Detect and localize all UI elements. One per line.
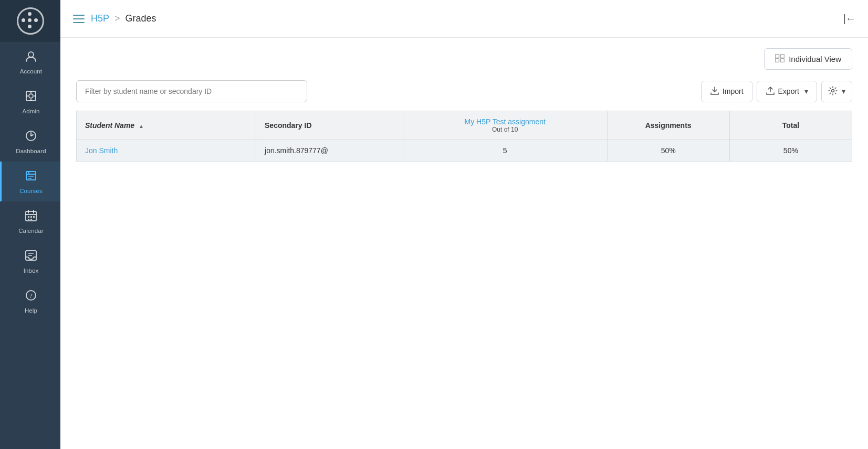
sidebar-item-account[interactable]: Account: [0, 42, 60, 82]
sidebar-nav: Account Admin: [0, 42, 60, 449]
logo-circle: [17, 7, 44, 35]
sidebar-item-admin-label: Admin: [22, 108, 39, 114]
menu-icon[interactable]: [73, 15, 85, 23]
svg-point-0: [28, 52, 34, 57]
cell-assignments-pct: 50%: [607, 140, 729, 162]
sort-indicator: ▲: [139, 123, 144, 129]
student-filter-input[interactable]: [76, 80, 307, 102]
toolbar-row: Import Export ▾: [76, 80, 852, 102]
sidebar-item-help[interactable]: ? Help: [0, 281, 60, 321]
col-assignment-title: My H5P Test assignment: [412, 117, 599, 126]
svg-point-36: [832, 89, 834, 92]
topbar-left: H5P > Grades: [73, 13, 156, 24]
main-content: H5P > Grades |← Individual View: [60, 0, 868, 449]
settings-dropdown-icon: ▾: [842, 87, 845, 95]
col-student-name-label: Student Name: [85, 121, 134, 130]
col-total-label: Total: [782, 121, 799, 130]
col-student-name[interactable]: Student Name ▲: [77, 111, 256, 140]
sidebar-logo: [0, 0, 60, 42]
topbar: H5P > Grades |←: [60, 0, 868, 38]
col-assignment-sub: Out of 10: [412, 126, 599, 133]
svg-rect-33: [781, 55, 785, 58]
sidebar-item-admin[interactable]: Admin: [0, 82, 60, 122]
account-icon: [24, 49, 38, 65]
svg-rect-35: [781, 59, 785, 62]
sidebar-item-courses[interactable]: Courses: [0, 162, 60, 201]
export-button[interactable]: Export ▾: [757, 81, 817, 102]
sidebar-item-dashboard-label: Dashboard: [16, 148, 46, 154]
svg-rect-20: [28, 219, 29, 220]
sidebar-item-calendar[interactable]: Calendar: [0, 201, 60, 241]
cell-secondary-id: jon.smith.879777@: [256, 140, 403, 162]
svg-text:?: ?: [29, 292, 33, 300]
individual-view-button[interactable]: Individual View: [764, 48, 852, 70]
export-icon: [766, 86, 775, 97]
sidebar-item-calendar-label: Calendar: [18, 228, 44, 234]
import-icon: [710, 86, 719, 97]
view-row: Individual View: [76, 48, 852, 70]
assignments-pct-value: 50%: [661, 146, 676, 155]
import-button[interactable]: Import: [701, 81, 752, 102]
svg-rect-18: [30, 216, 32, 218]
svg-line-26: [33, 257, 34, 259]
cell-total-pct: 50%: [729, 140, 852, 162]
svg-rect-34: [776, 59, 779, 62]
export-dropdown-icon: ▾: [804, 87, 808, 95]
breadcrumb-separator: >: [114, 13, 120, 24]
sidebar-item-courses-label: Courses: [19, 188, 43, 194]
col-secondary-id-label: Secondary ID: [265, 121, 311, 130]
inbox-icon: [24, 249, 38, 264]
breadcrumb-page: Grades: [126, 13, 156, 24]
sidebar-item-inbox-label: Inbox: [24, 268, 39, 274]
svg-rect-17: [28, 216, 29, 218]
admin-icon: [24, 89, 38, 105]
assignment-score-value: 5: [503, 146, 507, 155]
breadcrumb: H5P > Grades: [91, 13, 156, 24]
sidebar-item-inbox[interactable]: Inbox: [0, 241, 60, 281]
secondary-id-value: jon.smith.879777@: [265, 146, 328, 155]
svg-rect-21: [30, 219, 32, 220]
col-secondary-id: Secondary ID: [256, 111, 403, 140]
svg-line-24: [28, 257, 29, 259]
individual-view-label: Individual View: [789, 55, 841, 63]
table-row: Jon Smith jon.smith.879777@ 5 50% 50%: [77, 140, 852, 162]
grades-table: Student Name ▲ Secondary ID My H5P Test …: [76, 111, 852, 162]
svg-rect-32: [776, 55, 779, 58]
svg-point-2: [29, 94, 33, 98]
help-icon: ?: [24, 288, 38, 304]
export-label: Export: [778, 87, 799, 95]
cell-assignment-score: 5: [403, 140, 607, 162]
student-name-link[interactable]: Jon Smith: [85, 146, 118, 155]
col-total: Total: [729, 111, 852, 140]
courses-icon: [24, 169, 38, 185]
col-assignments-label: Assignments: [645, 121, 692, 130]
total-pct-value: 50%: [783, 146, 798, 155]
col-assignment[interactable]: My H5P Test assignment Out of 10: [403, 111, 607, 140]
import-label: Import: [723, 87, 744, 95]
settings-button[interactable]: ▾: [821, 81, 852, 102]
logo-dots: [22, 12, 39, 30]
sidebar: Account Admin: [0, 0, 60, 449]
sidebar-item-help-label: Help: [25, 307, 37, 314]
collapse-button[interactable]: |←: [843, 13, 855, 25]
dashboard-icon: [24, 129, 38, 145]
sidebar-item-account-label: Account: [20, 68, 42, 74]
col-assignments: Assignments: [607, 111, 729, 140]
cell-student-name: Jon Smith: [77, 140, 256, 162]
svg-rect-19: [33, 216, 35, 218]
sidebar-item-dashboard[interactable]: Dashboard: [0, 122, 60, 162]
grid-view-icon: [775, 54, 785, 64]
calendar-icon: [24, 209, 38, 224]
breadcrumb-course[interactable]: H5P: [91, 13, 109, 24]
settings-icon: [828, 86, 838, 97]
toolbar-actions: Import Export ▾: [701, 81, 852, 102]
page-content: Individual View Import: [60, 38, 868, 449]
